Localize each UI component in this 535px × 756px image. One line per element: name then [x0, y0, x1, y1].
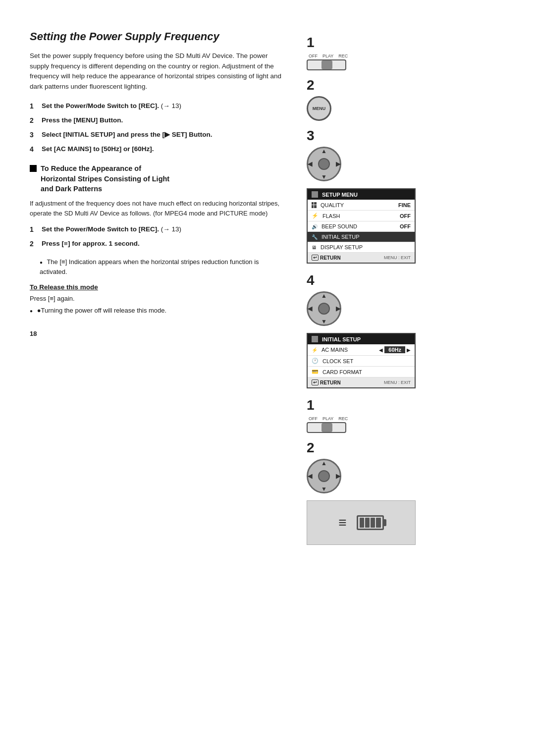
- battery-bar-2: [365, 518, 370, 528]
- switch-illustration-1: OFF PLAY REC: [307, 54, 505, 70]
- setup-menu-panel: SETUP MENU QUALITY FINE ⚡ FL: [307, 188, 416, 264]
- page-number: 18: [30, 330, 287, 337]
- nav-left-arrow-3: ◀: [308, 473, 312, 480]
- subsection-body: If adjustment of the frequency does not …: [30, 199, 287, 218]
- quality-icon: [312, 202, 318, 208]
- card-format-text: CARD FORMAT: [322, 369, 362, 375]
- black-square-icon: [30, 165, 37, 172]
- menu-row-display-label: 🖥 DISPLAY SETUP: [312, 244, 363, 250]
- ac-hz-value: 60Hz: [384, 346, 405, 353]
- initial-setup-footer: ↩ RETURN MENU : EXIT: [308, 378, 415, 387]
- step-num-2: 2: [30, 115, 38, 126]
- battery-icon: [357, 515, 384, 530]
- nav-right-arrow-3: ▶: [336, 473, 340, 480]
- flash-icon: ⚡: [312, 213, 319, 219]
- sub-steps: 1 Set the Power/Mode Switch to [REC]. (→…: [30, 224, 287, 249]
- bullet-text-1: The [≡] Indication appears when the hori…: [40, 257, 287, 276]
- subsection-title: To Reduce the Appearance of Horizontal S…: [41, 163, 169, 194]
- nav-up-arrow-2: ▲: [321, 292, 327, 299]
- nav-dial-illustration-3: ▲ ▼ ◀ ▶: [307, 459, 341, 493]
- nav-up-arrow: ▲: [321, 148, 327, 155]
- nav-down-arrow: ▼: [321, 173, 327, 180]
- switch-label-rec-2: REC: [338, 416, 348, 421]
- menu-row-quality: QUALITY FINE: [308, 200, 415, 211]
- nav-left-arrow: ◀: [308, 161, 312, 167]
- beep-value: OFF: [400, 223, 411, 229]
- switch-labels-1: OFF PLAY REC: [309, 54, 348, 58]
- right-step-bottom-2: 2 ▲ ▼ ◀ ▶: [307, 440, 505, 493]
- return-icon: ↩: [312, 255, 319, 261]
- switch-track-1: [307, 59, 346, 70]
- initial-return-icon: ↩: [312, 379, 319, 385]
- right-step-num-2: 2: [307, 77, 505, 93]
- switch-track-2: [307, 422, 346, 433]
- right-step-3: 3 ▲ ▼ ◀ ▶: [307, 128, 505, 181]
- switch-label-rec: REC: [338, 54, 348, 58]
- setup-menu-header-text: SETUP MENU: [322, 192, 358, 198]
- step-num-1: 1: [30, 101, 38, 111]
- switch-illustration-2: OFF PLAY REC: [307, 416, 505, 433]
- initial-return-label: RETURN: [320, 380, 341, 385]
- menu-row-flash-label: ⚡ FLASH: [312, 213, 340, 219]
- step-item-3: 3 Select [INITIAL SETUP] and press the […: [30, 130, 287, 140]
- flash-label-text: FLASH: [322, 213, 340, 219]
- card-format-label: 💳 CARD FORMAT: [312, 369, 362, 375]
- nav-left-arrow-2: ◀: [308, 305, 312, 312]
- return-label: RETURN: [320, 255, 341, 261]
- initial-icon: 🔧: [312, 234, 318, 240]
- ac-arrow-right: ▶: [407, 347, 411, 353]
- step-item-2: 2 Press the [MENU] Button.: [30, 115, 287, 126]
- clock-icon: 🕐: [312, 358, 319, 364]
- subsection-heading: To Reduce the Appearance of Horizontal S…: [30, 163, 287, 194]
- battery-bar-3: [371, 518, 375, 528]
- quality-value: FINE: [398, 202, 411, 208]
- step-text-4: Set [AC MAINS] to [50Hz] or [60Hz].: [42, 144, 154, 155]
- menu-row-card: 💳 CARD FORMAT: [308, 367, 415, 378]
- setup-menu-header-icon: [312, 191, 318, 198]
- menu-row-clock: 🕐 CLOCK SET: [308, 356, 415, 367]
- clock-set-text: CLOCK SET: [322, 358, 353, 364]
- initial-setup-icon: [312, 336, 318, 342]
- switch-label-off: OFF: [309, 54, 318, 58]
- right-step-num-3: 3: [307, 128, 505, 144]
- step-num-3: 3: [30, 130, 38, 140]
- ac-mains-row: ⚡ AC MAINS ◀ 60Hz ▶: [308, 344, 415, 356]
- nav-down-arrow-3: ▼: [321, 486, 327, 492]
- ac-mains-value: ◀ 60Hz ▶: [379, 346, 411, 353]
- battery-bar-4: [376, 518, 380, 528]
- menu-exit-text: MENU : EXIT: [384, 255, 411, 260]
- quality-label-text: QUALITY: [321, 202, 344, 208]
- sub-step-text-1: Set the Power/Mode Switch to [REC]. (→ 1…: [42, 224, 181, 235]
- step-text-2: Press the [MENU] Button.: [42, 115, 123, 126]
- stripes-icon: ≡: [338, 515, 346, 531]
- initial-menu-exit-text: MENU : EXIT: [384, 380, 411, 385]
- sub-step-item-1: 1 Set the Power/Mode Switch to [REC]. (→…: [30, 224, 287, 235]
- beep-icon: 🔊: [312, 224, 318, 229]
- nav-dial-illustration-2: ▲ ▼ ◀ ▶: [307, 291, 341, 326]
- right-step-num-4: 4: [307, 272, 505, 288]
- page-container: Setting the Power Supply Frequency Set t…: [30, 30, 505, 545]
- step-text-3: Select [INITIAL SETUP] and press the [▶ …: [42, 130, 213, 140]
- nav-right-arrow-2: ▶: [336, 305, 340, 312]
- sub-step-num-2: 2: [30, 239, 38, 249]
- right-step-4: 4 ▲ ▼ ◀ ▶: [307, 272, 505, 326]
- switch-label-off-2: OFF: [309, 416, 318, 421]
- nav-up-arrow-3: ▲: [321, 460, 327, 467]
- ac-arrow-left: ◀: [379, 347, 383, 353]
- nav-right-arrow: ▶: [336, 161, 340, 167]
- step-item-4: 4 Set [AC MAINS] to [50Hz] or [60Hz].: [30, 144, 287, 155]
- menu-row-initial: 🔧 INITIAL SETUP: [308, 232, 415, 242]
- right-step-2: 2 MENU: [307, 77, 505, 121]
- right-step-bottom-1: 1 OFF PLAY REC: [307, 397, 505, 433]
- quality-grid-icon: [312, 202, 317, 208]
- initial-setup-header: INITIAL SETUP: [308, 334, 415, 344]
- menu-row-quality-label: QUALITY: [312, 202, 344, 208]
- menu-button-illustration: MENU: [307, 96, 331, 121]
- step-text-1: Set the Power/Mode Switch to [REC]. (→ 1…: [42, 101, 181, 111]
- intro-paragraph: Set the power supply frequency before us…: [30, 51, 287, 93]
- card-icon: 💳: [312, 369, 319, 375]
- setup-menu-header: SETUP MENU: [308, 189, 415, 200]
- bottom-illustration: ≡: [307, 500, 416, 545]
- step-item-1: 1 Set the Power/Mode Switch to [REC]. (→…: [30, 101, 287, 111]
- main-steps: 1 Set the Power/Mode Switch to [REC]. (→…: [30, 101, 287, 155]
